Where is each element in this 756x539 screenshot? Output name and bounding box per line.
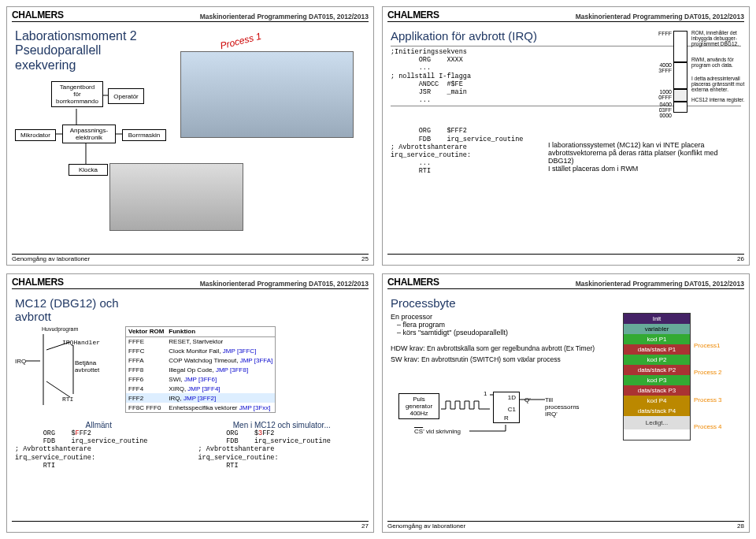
footer-text: Genomgång av laborationer	[12, 255, 90, 262]
slide-footer: Genomgång av laborationer 28	[387, 521, 744, 530]
course-label: Maskinorienterad Programmering DAT015, 2…	[576, 13, 744, 20]
chalmers-logo: CHALMERS	[387, 277, 439, 288]
process-memory: Init variabler kod P1 data/stack P1 kod …	[623, 313, 741, 440]
page-number: 25	[361, 255, 369, 262]
bullet-2: – flera program	[397, 321, 615, 329]
slide-header: CHALMERS Maskinorienterad Programmering …	[387, 9, 744, 22]
chalmers-logo: CHALMERS	[12, 277, 64, 288]
note-text: I laborationssystemet (MC12) kan vi INTE…	[548, 141, 737, 173]
heading-allmant: Allmänt	[15, 421, 183, 429]
heading-men: Men i MC12 och simulator...	[198, 421, 366, 429]
table-row: FFFCClock Monitor Fail, JMP [3FFC]	[126, 347, 276, 356]
page-number: 27	[361, 522, 369, 530]
slide-26: CHALMERS Maskinorienterad Programmering …	[382, 6, 750, 266]
course-label: Maskinorienterad Programmering DAT015, 2…	[200, 280, 369, 288]
bullet-3: – körs "samtidigt" (pseudoparallellt)	[397, 329, 615, 336]
slide-footer: 26	[387, 254, 744, 262]
footer-text: Genomgång av laborationer	[387, 522, 465, 530]
table-row: FFF4XIRQ, JMP [3FF4]	[126, 384, 276, 393]
slide-title: Processbyte	[391, 296, 741, 310]
slide-25: CHALMERS Maskinorienterad Programmering …	[6, 6, 374, 266]
slide-header: CHALMERS Maskinorienterad Programmering …	[387, 277, 744, 289]
title-line-1: Laborationsmoment 2	[15, 29, 365, 43]
table-row: FFF6SWI, JMP [3FF6]	[126, 374, 276, 384]
screenshot-placeholder-2	[109, 163, 243, 231]
code-init: ;Initieringssekvens ORG XXXX ... ; nolls…	[391, 46, 741, 106]
slide-header: CHALMERS Maskinorienterad Programmering …	[12, 277, 369, 289]
screenshot-placeholder-1	[180, 51, 354, 138]
table-row: FFF2IRQ, JMP [3FF2]	[126, 393, 276, 403]
chalmers-logo: CHALMERS	[387, 9, 439, 20]
memory-notes: ROM, innehåller det inbyggda debugger-pr…	[691, 31, 747, 102]
code-general: ORG $FFF2 FDB irq_service_routine ; Avbr…	[15, 429, 183, 470]
table-row: FFFACOP Watchdog Timeout, JMP [3FFA]	[126, 356, 276, 366]
slide-28: CHALMERS Maskinorienterad Programmering …	[382, 273, 750, 533]
slide-footer: Genomgång av laborationer 25	[12, 254, 369, 262]
slide-27: CHALMERS Maskinorienterad Programmering …	[6, 273, 374, 533]
sw-line: SW krav: En avbrottsrutin (SWITCH) som v…	[391, 355, 615, 363]
page-number: 28	[737, 522, 744, 530]
table-row: FF8C FFF0Enhetsspecifika vektorer JMP [3…	[126, 403, 276, 413]
pulse-diagram: Pulsgenerator400Hz 1D C1 R Q' 1 Tillproc…	[391, 377, 615, 440]
table-row: FFFERESET, Startvektor	[126, 336, 276, 346]
slide-title: MC12 (DBG12) och avbrott	[15, 296, 365, 323]
vector-table: Vektor ROMFunktion FFFERESET, Startvekto…	[125, 326, 276, 413]
irq-flow: IRQ Huvudprogram IRQHandler Betjänaavbro…	[15, 326, 117, 413]
table-row: FFF8Illegal Op Code, JMP [3FF8]	[126, 366, 276, 375]
slide-header: CHALMERS Maskinorienterad Programmering …	[12, 9, 369, 22]
hdw-line: HDW krav: En avbrottskälla som ger regel…	[391, 344, 615, 352]
code-mc12: ORG $3FF2 FDB irq_service_routine ; Avbr…	[198, 429, 366, 470]
chalmers-logo: CHALMERS	[12, 9, 64, 20]
svg-line-7	[46, 342, 70, 350]
slide-title: Applikation för avbrott (IRQ)	[391, 29, 741, 43]
page-number: 26	[737, 255, 744, 262]
memory-map: FFFF 40003FFF 10000FFF 040003FF 0000	[654, 31, 687, 118]
slide-footer: 27	[12, 521, 369, 530]
course-label: Maskinorienterad Programmering DAT015, 2…	[200, 13, 369, 20]
course-label: Maskinorienterad Programmering DAT015, 2…	[576, 280, 744, 288]
bullet-1: En processor	[391, 313, 615, 321]
svg-line-8	[46, 381, 70, 397]
